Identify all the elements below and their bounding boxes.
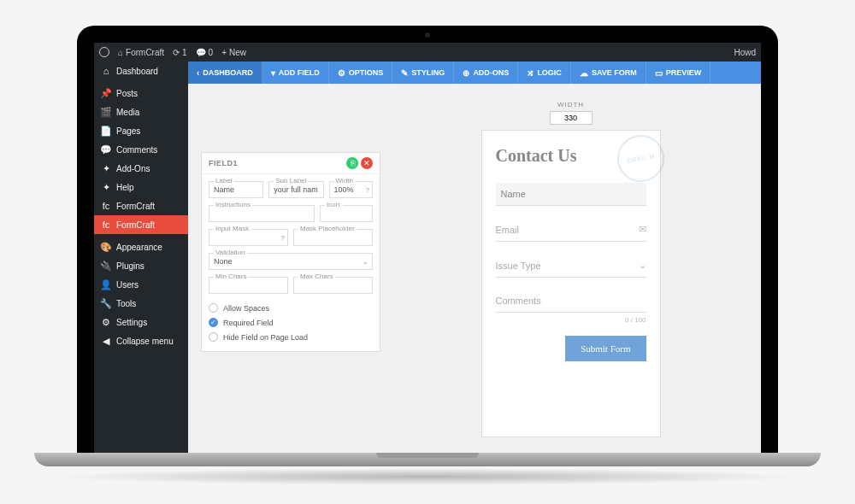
toolbar-icon: ▭: [655, 68, 663, 78]
updates-count[interactable]: ⟳ 1: [173, 48, 187, 57]
sidebar-item-posts[interactable]: 📌Posts: [94, 84, 188, 103]
menu-icon: fc: [101, 220, 111, 230]
menu-icon: 🎬: [101, 107, 111, 117]
toolbar-icon: ▾: [271, 68, 275, 78]
toolbar-options[interactable]: ⚙OPTIONS: [329, 62, 393, 84]
help-icon[interactable]: ?: [281, 234, 285, 242]
field-icon: ⌄: [639, 260, 646, 271]
menu-icon: 🎨: [101, 242, 111, 252]
allow-spaces-option[interactable]: Allow Spaces: [209, 301, 373, 315]
menu-icon: ◀: [101, 336, 111, 346]
admin-sidebar: ⌂Dashboard📌Posts🎬Media📄Pages💬Comments✦Ad…: [94, 62, 188, 453]
site-name[interactable]: ⌂ FormCraft: [118, 48, 164, 57]
toolbar-add-ons[interactable]: ⊕ADD-ONS: [454, 62, 518, 84]
toolbar-icon: ⚙: [338, 68, 345, 78]
menu-icon: 📌: [101, 88, 111, 98]
field-settings-panel: FIELD1 ⎘ ✕ Label Sub Label Width?: [201, 152, 380, 352]
width-value-input[interactable]: 330: [550, 111, 593, 125]
wp-adminbar: ⌂ FormCraft ⟳ 1 💬 0 + New Howd: [94, 43, 761, 62]
submit-button[interactable]: Submit Form: [565, 336, 646, 361]
char-counter: 0 / 100: [496, 316, 646, 324]
toolbar-styling[interactable]: ✎STYLING: [392, 62, 454, 84]
sidebar-item-settings[interactable]: ⚙Settings: [94, 313, 188, 331]
toolbar-save-form[interactable]: ☁SAVE FORM: [571, 62, 646, 84]
toolbar-icon: ✎: [401, 68, 408, 78]
menu-icon: fc: [101, 201, 111, 211]
sidebar-item-add-ons[interactable]: ✦Add-Ons: [94, 159, 188, 178]
email-stamp-icon: EMAIL M: [613, 132, 668, 186]
toolbar-icon: ⤨: [527, 68, 534, 78]
sidebar-item-pages[interactable]: 📄Pages: [94, 121, 188, 140]
menu-icon: ⚙: [101, 317, 111, 327]
sidebar-item-dashboard[interactable]: ⌂Dashboard: [94, 62, 188, 80]
required-option[interactable]: Required Field: [209, 315, 373, 330]
form-preview-area: WIDTH 330 EMAIL M Contact Us NameEmail✉I…: [393, 101, 748, 436]
menu-icon: 📄: [101, 126, 111, 136]
menu-icon: 💬: [101, 144, 111, 155]
sidebar-item-plugins[interactable]: 🔌Plugins: [94, 256, 188, 275]
form-field-email[interactable]: Email✉: [496, 218, 646, 242]
delete-icon[interactable]: ✕: [361, 157, 373, 169]
hide-field-option[interactable]: Hide Field on Page Load: [209, 330, 373, 344]
menu-icon: 🔌: [101, 261, 111, 271]
width-label: WIDTH: [393, 101, 748, 108]
toolbar-add-field[interactable]: ▾ADD FIELD: [262, 62, 329, 84]
menu-icon: ✦: [101, 163, 111, 173]
howdy-user[interactable]: Howd: [734, 48, 756, 57]
menu-icon: 🔧: [101, 298, 111, 308]
toolbar-icon: ⊕: [463, 68, 469, 78]
form-field-issue-type[interactable]: Issue Type⌄: [496, 254, 646, 278]
sidebar-item-formcraft[interactable]: fcFormCraft: [94, 196, 188, 215]
form-field-comments[interactable]: Comments: [496, 290, 646, 313]
form-preview: EMAIL M Contact Us NameEmail✉Issue Type⌄…: [481, 130, 661, 437]
menu-icon: 👤: [101, 279, 111, 290]
laptop-base: [34, 453, 821, 466]
comments-count[interactable]: 💬 0: [196, 48, 214, 57]
wp-logo[interactable]: [99, 47, 109, 57]
menu-icon: ⌂: [101, 66, 111, 76]
form-field-name[interactable]: Name: [496, 183, 646, 206]
field-icon: ✉: [639, 224, 646, 235]
panel-title: FIELD1: [209, 159, 238, 167]
menu-icon: ✦: [101, 182, 111, 192]
formcraft-toolbar: ‹DASHBOARD▾ADD FIELD⚙OPTIONS✎STYLING⊕ADD…: [188, 62, 761, 84]
help-icon[interactable]: ?: [366, 186, 369, 194]
sidebar-item-formcraft[interactable]: fcFormCraft: [94, 215, 188, 234]
toolbar-preview[interactable]: ▭PREVIEW: [646, 62, 711, 84]
sidebar-item-users[interactable]: 👤Users: [94, 275, 188, 294]
sidebar-item-help[interactable]: ✦Help: [94, 178, 188, 196]
sidebar-item-appearance[interactable]: 🎨Appearance: [94, 237, 188, 256]
sidebar-item-collapse-menu[interactable]: ◀Collapse menu: [94, 331, 188, 350]
toolbar-icon: ‹: [197, 68, 199, 78]
toolbar-logic[interactable]: ⤨LOGIC: [518, 62, 571, 84]
toolbar-icon: ☁: [580, 68, 588, 78]
sidebar-item-media[interactable]: 🎬Media: [94, 103, 188, 121]
sidebar-item-tools[interactable]: 🔧Tools: [94, 294, 188, 313]
sidebar-item-comments[interactable]: 💬Comments: [94, 140, 188, 159]
new-content[interactable]: + New: [221, 48, 246, 57]
toolbar-dashboard[interactable]: ‹DASHBOARD: [188, 62, 262, 84]
camera-dot: [425, 32, 430, 38]
duplicate-icon[interactable]: ⎘: [346, 157, 358, 169]
